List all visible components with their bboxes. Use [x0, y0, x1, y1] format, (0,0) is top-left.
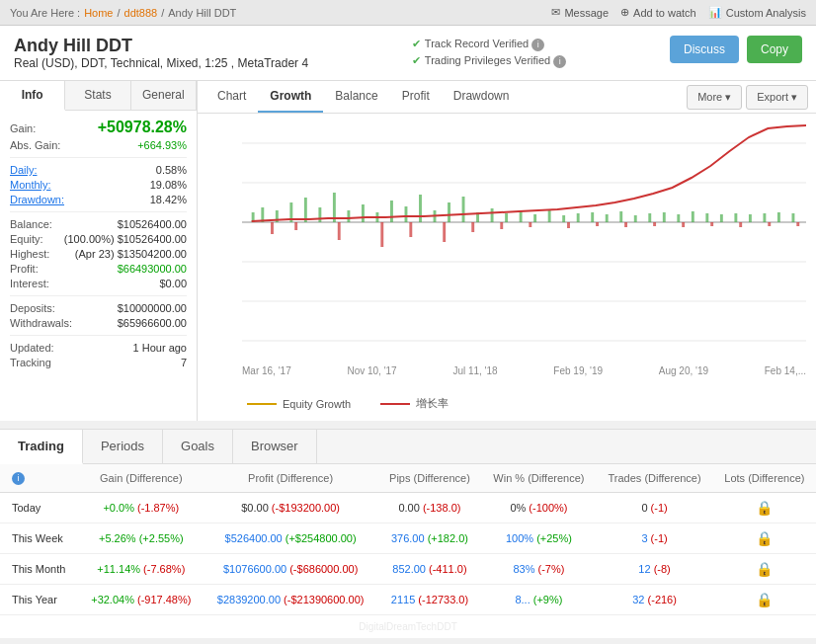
svg-rect-27	[462, 197, 465, 222]
x-label-4: Feb 19, '19	[553, 365, 603, 376]
x-label-6: Feb 14,...	[765, 365, 806, 376]
monthly-value: 19.08%	[150, 179, 187, 191]
cell-gain: +11.14% (-7.68%)	[79, 554, 204, 585]
cell-pips: 852.00 (-411.0)	[377, 554, 481, 585]
equity-line-color	[247, 403, 277, 405]
svg-rect-38	[619, 211, 622, 222]
tab-goals[interactable]: Goals	[163, 430, 233, 463]
svg-rect-34	[562, 215, 565, 222]
tab-info[interactable]: Info	[0, 81, 65, 111]
discuss-button[interactable]: Discuss	[670, 36, 739, 63]
x-axis: Mar 16, '17 Nov 10, '17 Jul 11, '18 Feb …	[242, 363, 806, 376]
profit-label: Profit:	[10, 263, 39, 275]
tab-growth[interactable]: Growth	[258, 81, 323, 113]
tab-trading[interactable]: Trading	[0, 430, 83, 464]
tab-profit[interactable]: Profit	[390, 81, 442, 113]
cell-lots: 🔒	[713, 493, 816, 523]
check-icon-1: ✔	[412, 38, 421, 49]
monthly-row: Monthly: 19.08%	[10, 179, 187, 191]
svg-rect-68	[796, 222, 799, 226]
add-to-watch-link[interactable]: ⊕ Add to watch	[620, 6, 696, 19]
col-lots: Lots (Difference)	[713, 464, 816, 493]
cell-lots: 🔒	[713, 523, 816, 554]
cell-profit: $1076600.00 (-$686000.00)	[204, 554, 378, 585]
col-pips: Pips (Difference)	[377, 464, 481, 493]
info-icon-2[interactable]: i	[553, 55, 566, 68]
chart-area: 60K% 30K% 0% -30K% -60K%	[198, 114, 816, 390]
cell-win: 0% (-100%)	[481, 493, 596, 523]
svg-rect-24	[419, 195, 422, 222]
tab-general[interactable]: General	[131, 81, 197, 110]
divider-3	[10, 295, 187, 296]
tab-balance[interactable]: Balance	[323, 81, 389, 113]
cell-trades: 0 (-1)	[596, 493, 712, 523]
svg-rect-29	[491, 208, 494, 222]
breadcrumb-ddt888[interactable]: ddt888	[124, 7, 158, 19]
chart-svg: 60K% 30K% 0% -30K% -60K%	[242, 123, 806, 361]
divider-2	[10, 211, 187, 212]
svg-rect-57	[471, 222, 474, 232]
svg-rect-30	[505, 213, 508, 222]
main-content: Info Stats General Gain: +50978.28% Abs.…	[0, 81, 816, 421]
more-button[interactable]: More ▾	[687, 85, 742, 110]
info-icon-1[interactable]: i	[531, 39, 544, 51]
tab-periods[interactable]: Periods	[83, 430, 163, 463]
svg-rect-51	[271, 222, 274, 234]
svg-rect-33	[548, 210, 551, 222]
breadcrumb-current: Andy Hill DDT	[168, 7, 236, 19]
highest-row: Highest: (Apr 23) $13504200.00	[10, 248, 187, 260]
cell-gain: +0.0% (-1.87%)	[79, 493, 204, 523]
rate-label: 增长率	[416, 396, 449, 411]
svg-rect-46	[734, 213, 737, 222]
bottom-tabs: Trading Periods Goals Browser	[0, 430, 816, 464]
info-circle-icon[interactable]: i	[12, 472, 25, 485]
abs-gain-value: +664.93%	[137, 139, 187, 151]
cell-win: 100% (+25%)	[481, 523, 596, 554]
cell-trades: 3 (-1)	[596, 523, 712, 554]
copy-button[interactable]: Copy	[747, 36, 802, 63]
drawdown-label[interactable]: Drawdown:	[10, 194, 64, 205]
tab-stats[interactable]: Stats	[65, 81, 130, 110]
equity-value: (100.00%) $10526400.00	[64, 233, 187, 245]
left-panel: Info Stats General Gain: +50978.28% Abs.…	[0, 81, 198, 421]
envelope-icon: ✉	[551, 6, 560, 19]
svg-rect-41	[663, 212, 666, 222]
svg-rect-32	[533, 214, 536, 222]
svg-rect-47	[749, 214, 752, 222]
monthly-label[interactable]: Monthly:	[10, 179, 51, 191]
cell-pips: 376.00 (+182.0)	[377, 523, 481, 554]
cell-profit: $526400.00 (+$254800.00)	[204, 523, 378, 554]
daily-label[interactable]: Daily:	[10, 164, 38, 176]
tab-drawdown[interactable]: Drawdown	[442, 81, 522, 113]
profit-value: $66493000.00	[118, 263, 187, 275]
table-row: This Month +11.14% (-7.68%) $1076600.00 …	[0, 554, 816, 585]
svg-rect-65	[710, 222, 713, 226]
svg-rect-43	[692, 211, 694, 222]
tab-browser[interactable]: Browser	[233, 430, 317, 463]
tab-chart[interactable]: Chart	[205, 81, 258, 113]
export-button[interactable]: Export ▾	[746, 85, 808, 110]
table-header-row: i Gain (Difference) Profit (Difference) …	[0, 464, 816, 493]
svg-rect-35	[577, 213, 580, 222]
cell-period: This Week	[0, 523, 79, 554]
svg-rect-26	[448, 202, 450, 222]
breadcrumb-home[interactable]: Home	[84, 7, 113, 19]
withdrawals-value: $65966600.00	[118, 317, 187, 329]
equity-label: Equity:	[10, 233, 43, 245]
legend-equity: Equity Growth	[247, 396, 351, 411]
you-are-here: You Are Here :	[10, 7, 80, 19]
svg-rect-45	[720, 214, 723, 222]
abs-gain-row: Abs. Gain: +664.93%	[10, 139, 187, 151]
svg-rect-20	[362, 204, 365, 222]
message-link[interactable]: ✉ Message	[551, 6, 609, 19]
balance-value: $10526400.00	[118, 218, 187, 230]
custom-analysis-link[interactable]: 📊 Custom Analysis	[708, 6, 806, 19]
equity-row: Equity: (100.00%) $10526400.00	[10, 233, 187, 245]
col-period: i	[0, 464, 79, 493]
gain-value: +50978.28%	[98, 119, 187, 136]
breadcrumb: You Are Here : Home / ddt888 / Andy Hill…	[0, 0, 816, 26]
cell-gain: +5.26% (+2.55%)	[79, 523, 204, 554]
cell-lots: 🔒	[713, 585, 816, 615]
breadcrumb-left: You Are Here : Home / ddt888 / Andy Hill…	[10, 7, 236, 19]
tracking-value: 7	[181, 357, 187, 368]
